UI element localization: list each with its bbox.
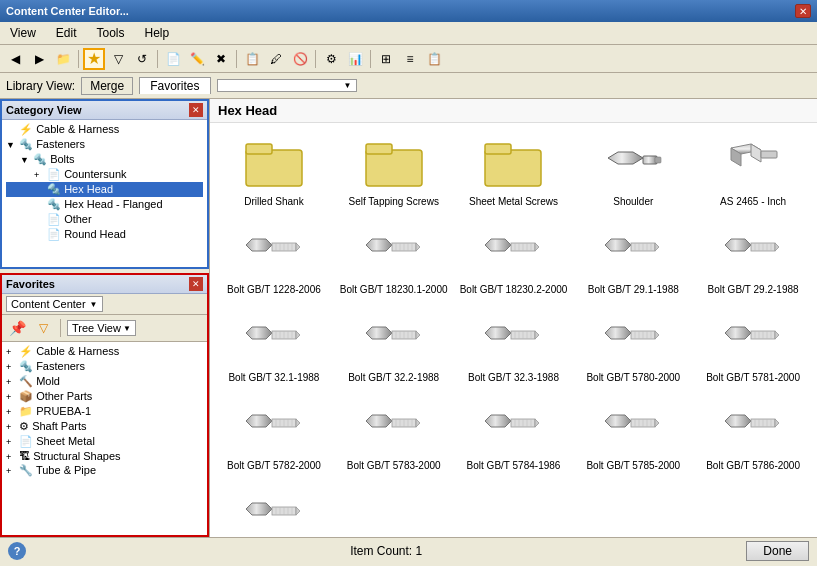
fav-item-fasteners[interactable]: + 🔩 Fasteners: [6, 359, 203, 374]
grid-item-8[interactable]: Bolt GB/T 29.1-1988: [573, 215, 693, 303]
fav-item-cable[interactable]: + ⚡ Cable & Harness: [6, 344, 203, 359]
svg-marker-31: [485, 239, 511, 251]
close-button[interactable]: ✕: [795, 4, 811, 18]
detail-view-button[interactable]: 📋: [423, 48, 445, 70]
edit-button[interactable]: ✏️: [186, 48, 208, 70]
icon-cable: ⚡: [19, 123, 36, 135]
grid-item-20[interactable]: Bolt GB/T 5787: [214, 479, 334, 537]
forward-button[interactable]: ▶: [28, 48, 50, 70]
icon-countersunk: 📄: [47, 168, 64, 180]
grid-item-19[interactable]: Bolt GB/T 5786-2000: [693, 391, 813, 479]
grid-item-15[interactable]: Bolt GB/T 5782-2000: [214, 391, 334, 479]
item-icon-6: [360, 222, 428, 282]
tree-item-hex-head[interactable]: 🔩 Hex Head: [6, 182, 203, 197]
label-bolts: Bolts: [50, 153, 74, 165]
category-tree: ⚡ Cable & Harness ▼ 🔩 Fasteners ▼ 🔩 Bolt…: [2, 120, 207, 264]
fav-item-other-parts[interactable]: + 📦 Other Parts: [6, 389, 203, 404]
fav-item-prueba[interactable]: + 📁 PRUEBA-1: [6, 404, 203, 419]
grid-item-7[interactable]: Bolt GB/T 18230.2-2000: [454, 215, 574, 303]
publish-button[interactable]: 📋: [241, 48, 263, 70]
tree-item-other[interactable]: 📄 Other: [6, 212, 203, 227]
grid-item-0[interactable]: Drilled Shank: [214, 127, 334, 215]
up-button[interactable]: 📁: [52, 48, 74, 70]
item-icon-12: [479, 310, 547, 370]
edit2-button[interactable]: 🖊: [265, 48, 287, 70]
expand-fav-struct-icon: +: [6, 452, 16, 462]
back-button[interactable]: ◀: [4, 48, 26, 70]
tree-item-cable[interactable]: ⚡ Cable & Harness: [6, 122, 203, 137]
fav-item-sheet[interactable]: + 📄 Sheet Metal: [6, 434, 203, 449]
grid-item-9[interactable]: Bolt GB/T 29.2-1988: [693, 215, 813, 303]
menu-tools[interactable]: Tools: [90, 24, 130, 42]
item-icon-15: [240, 398, 308, 458]
new-button[interactable]: 📄: [162, 48, 184, 70]
label-fav-structural: Structural Shapes: [33, 450, 120, 462]
item-label-10: Bolt GB/T 32.1-1988: [228, 372, 319, 384]
window-title: Content Center Editor...: [6, 5, 129, 17]
menu-help[interactable]: Help: [139, 24, 176, 42]
help-button[interactable]: ?: [8, 542, 26, 560]
svg-rect-14: [761, 151, 777, 158]
grid-item-12[interactable]: Bolt GB/T 32.3-1988: [454, 303, 574, 391]
filter-button[interactable]: ▽: [107, 48, 129, 70]
svg-marker-54: [775, 243, 779, 251]
fav-view-select[interactable]: Tree View ▼: [67, 320, 136, 336]
menu-view[interactable]: View: [4, 24, 42, 42]
item-icon-17: [479, 398, 547, 458]
item-icon-5: [240, 222, 308, 282]
favorites-close[interactable]: ✕: [189, 277, 203, 291]
fav-item-mold[interactable]: + 🔨 Mold: [6, 374, 203, 389]
favorites-star-button[interactable]: ★: [83, 48, 105, 70]
tree-item-bolts[interactable]: ▼ 🔩 Bolts: [6, 152, 203, 167]
done-button[interactable]: Done: [746, 541, 809, 561]
svg-marker-79: [605, 327, 631, 339]
label-hex-head: Hex Head: [64, 183, 113, 195]
grid-item-18[interactable]: Bolt GB/T 5785-2000: [573, 391, 693, 479]
grid-view-button[interactable]: ⊞: [375, 48, 397, 70]
library-dropdown[interactable]: ▼: [217, 79, 357, 92]
grid-item-11[interactable]: Bolt GB/T 32.2-1988: [334, 303, 454, 391]
grid-item-10[interactable]: Bolt GB/T 32.1-1988: [214, 303, 334, 391]
favorites-toolbar: Content Center ▼: [2, 294, 207, 315]
grid-item-2[interactable]: Sheet Metal Screws: [454, 127, 574, 215]
grid-item-16[interactable]: Bolt GB/T 5783-2000: [334, 391, 454, 479]
grid-item-4[interactable]: AS 2465 - Inch: [693, 127, 813, 215]
fav-filter-button[interactable]: ▽: [32, 317, 54, 339]
favorites-library-button[interactable]: Favorites: [139, 77, 210, 94]
refresh-button[interactable]: ↺: [131, 48, 153, 70]
grid-item-13[interactable]: Bolt GB/T 5780-2000: [573, 303, 693, 391]
category-view-close[interactable]: ✕: [189, 103, 203, 117]
item-label-13: Bolt GB/T 5780-2000: [586, 372, 680, 384]
item-icon-18: [599, 398, 667, 458]
svg-marker-13: [751, 144, 761, 162]
svg-rect-3: [366, 144, 392, 154]
fav-item-structural[interactable]: + 🏗 Structural Shapes: [6, 449, 203, 463]
fav-item-tube[interactable]: + 🔧 Tube & Pipe: [6, 463, 203, 478]
favorites-panel: Favorites ✕ Content Center ▼ 📌 ▽ Tree Vi…: [0, 273, 209, 537]
grid-item-1[interactable]: Self Tapping Screws: [334, 127, 454, 215]
cancel-button[interactable]: 🚫: [289, 48, 311, 70]
fav-item-shaft[interactable]: + ⚙ Shaft Parts: [6, 419, 203, 434]
left-panel: Category View ✕ ⚡ Cable & Harness ▼ 🔩 Fa…: [0, 99, 210, 537]
icon-fav-fast: 🔩: [19, 360, 36, 372]
delete-button[interactable]: ✖: [210, 48, 232, 70]
fav-add-button[interactable]: 📌: [6, 317, 28, 339]
item-icon-1: [360, 134, 428, 194]
properties-button[interactable]: 📊: [344, 48, 366, 70]
tree-item-round-head[interactable]: 📄 Round Head: [6, 227, 203, 242]
menu-edit[interactable]: Edit: [50, 24, 83, 42]
grid-item-6[interactable]: Bolt GB/T 18230.1-2000: [334, 215, 454, 303]
grid-item-3[interactable]: Shoulder: [573, 127, 693, 215]
svg-marker-38: [535, 243, 539, 251]
tree-item-hex-flanged[interactable]: 🔩 Hex Head - Flanged: [6, 197, 203, 212]
grid-item-5[interactable]: Bolt GB/T 1228-2006: [214, 215, 334, 303]
list-view-button[interactable]: ≡: [399, 48, 421, 70]
merge-button[interactable]: ⚙: [320, 48, 342, 70]
svg-marker-119: [605, 415, 631, 427]
merge-library-button[interactable]: Merge: [81, 77, 133, 95]
grid-item-14[interactable]: Bolt GB/T 5781-2000: [693, 303, 813, 391]
favorites-dropdown[interactable]: Content Center ▼: [6, 296, 103, 312]
tree-item-fasteners[interactable]: ▼ 🔩 Fasteners: [6, 137, 203, 152]
grid-item-17[interactable]: Bolt GB/T 5784-1986: [454, 391, 574, 479]
tree-item-countersunk[interactable]: + 📄 Countersunk: [6, 167, 203, 182]
